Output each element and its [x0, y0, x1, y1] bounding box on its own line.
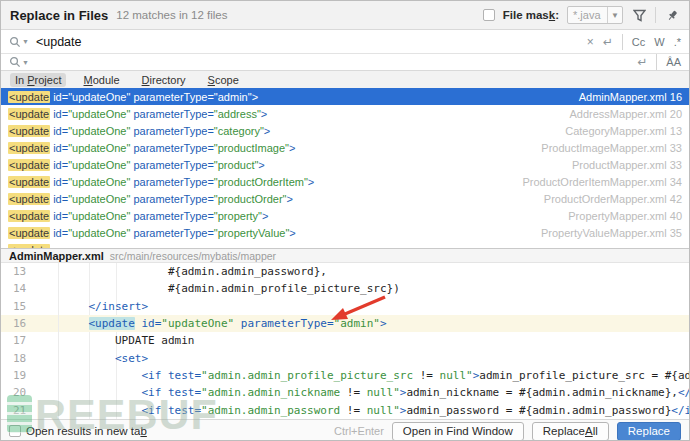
editor-line-15[interactable]: 15 </insert> [1, 298, 689, 315]
search-input[interactable] [36, 35, 579, 49]
code-token: "admin" [214, 91, 252, 103]
code-token: "updateOne" [68, 210, 130, 222]
editor-line-19[interactable]: 19 <if test="admin.admin_profile_picture… [1, 367, 689, 384]
file-mask-label: File mask: [503, 9, 559, 21]
code-line: #{admin.admin_profile_picture_src}) [59, 280, 400, 297]
footer-bar: Open results in new tab Ctrl+Enter Open … [1, 419, 689, 441]
result-row-clipped[interactable]: <update [1, 241, 689, 248]
replace-button[interactable]: Replace [617, 422, 681, 441]
open-in-find-window-button[interactable]: Open in Find Window [392, 422, 524, 441]
divider [622, 34, 623, 50]
line-number: 16 [1, 315, 59, 332]
result-row[interactable]: <update id="updateOne" parameterType="ad… [1, 105, 689, 122]
words-toggle[interactable]: W [654, 36, 664, 48]
clear-search-icon[interactable]: × [587, 36, 594, 48]
editor-line-16[interactable]: 16 <update id="updateOne" parameterType=… [1, 315, 689, 332]
editor-line-13[interactable]: 13 #{admin.admin_password}, [1, 263, 689, 280]
code-token: admin_password = #{admin.admin_password} [406, 404, 671, 417]
code-token [62, 404, 141, 417]
result-row[interactable]: <update id="updateOne" parameterType="pr… [1, 173, 689, 190]
match-case-toggle[interactable]: Cc [632, 36, 645, 48]
code-token: <set> [115, 352, 148, 365]
code-token: > [261, 108, 267, 120]
replace-input[interactable] [36, 55, 629, 69]
regex-toggle[interactable]: .* [674, 36, 681, 48]
chevron-down-icon[interactable]: ▼ [607, 7, 622, 23]
code-token: parameterType= [130, 176, 213, 188]
code-token: admin_profile_picture_src = #{admin.admi… [479, 369, 689, 382]
code-token: parameterType= [130, 142, 213, 154]
code-token: </insert> [89, 300, 149, 313]
replace-history-chevron-icon[interactable]: ▼ [22, 59, 29, 66]
pin-icon[interactable] [664, 7, 680, 23]
replace-field-row: ▼ ↵ ÂA [1, 53, 689, 71]
search-icon[interactable]: ▼ [9, 36, 29, 48]
code-token: </if> [678, 386, 689, 399]
code-token: parameterType= [130, 125, 213, 137]
open-results-new-tab-checkbox[interactable] [9, 425, 21, 437]
code-token: id= [50, 125, 68, 137]
code-token: parameterType= [130, 108, 213, 120]
editor-line-21[interactable]: 21 <if test="admin.admin_password != nul… [1, 402, 689, 419]
code-token: null" [367, 404, 400, 417]
code-token: null" [367, 386, 400, 399]
code-token: "admin.admin_nickname [201, 386, 347, 399]
replace-icon[interactable]: ▼ [9, 56, 29, 68]
preserve-case-toggle[interactable]: ÂA [666, 56, 681, 68]
code-token: "updateOne" [68, 142, 130, 154]
replace-in-files-popup: Replace in Files 12 matches in 12 files … [0, 0, 690, 441]
search-history-chevron-icon[interactable]: ▼ [22, 38, 29, 45]
newline-icon[interactable]: ↵ [637, 56, 647, 68]
filter-icon[interactable] [631, 7, 647, 23]
scope-tab-directory[interactable]: Directory [137, 73, 191, 87]
line-number: 18 [1, 350, 59, 367]
code-line: UPDATE admin [59, 332, 194, 349]
scope-tab-module[interactable]: Module [78, 73, 124, 87]
code-token: id= [135, 317, 162, 330]
editor-line-20[interactable]: 20 <if test="admin.admin_nickname != nul… [1, 384, 689, 401]
code-line: <set> [59, 350, 148, 367]
line-number: 21 [1, 402, 59, 419]
file-mask-combo[interactable]: *.java ▼ [567, 6, 623, 24]
code-token: > [286, 193, 292, 205]
editor-line-14[interactable]: 14 #{admin.admin_profile_picture_src}) [1, 280, 689, 297]
code-token [62, 300, 89, 313]
editor-line-17[interactable]: 17 UPDATE admin [1, 332, 689, 349]
code-token: "updateOne" [68, 108, 130, 120]
match-highlight: <update [8, 142, 50, 154]
newline-icon[interactable]: ↵ [603, 36, 613, 48]
result-file-label: PropertyMapper.xml 40 [568, 210, 689, 222]
result-row[interactable]: <update id="updateOne" parameterType="pr… [1, 156, 689, 173]
line-number: 17 [1, 332, 59, 349]
code-token: parameterType= [130, 91, 213, 103]
editor-line-18[interactable]: 18 <set> [1, 350, 689, 367]
code-token: "property" [214, 210, 262, 222]
code-token: "category" [214, 125, 264, 137]
result-row[interactable]: <update id="updateOne" parameterType="ad… [1, 88, 689, 105]
preview-file-name: AdminMapper.xml [9, 250, 104, 262]
code-token: id= [50, 176, 68, 188]
result-file-label: ProductOrderItemMapper.xml 34 [522, 176, 689, 188]
result-row[interactable]: <update id="updateOne" parameterType="pr… [1, 207, 689, 224]
code-token: != [347, 404, 367, 417]
line-number: 19 [1, 367, 59, 384]
line-number: 15 [1, 298, 59, 315]
scope-tab-in-project[interactable]: In Project [10, 73, 66, 87]
preview-editor[interactable]: 13 #{admin.admin_password},14 #{admin.ad… [1, 263, 689, 419]
result-row[interactable]: <update id="updateOne" parameterType="pr… [1, 224, 689, 241]
code-token: "product" [214, 159, 259, 171]
code-token: "updateOne" [68, 176, 130, 188]
code-token: <if test= [141, 386, 201, 399]
match-highlight: <update [8, 91, 50, 103]
file-mask-checkbox[interactable] [483, 9, 495, 21]
replace-all-button[interactable]: Replace All [532, 422, 609, 441]
scope-tab-scope[interactable]: Scope [203, 73, 244, 87]
code-token: "admin.admin_profile_picture_src [201, 369, 420, 382]
code-token [62, 317, 89, 330]
line-number: 14 [1, 280, 59, 297]
search-field-row: ▼ × ↵ CcW.* [1, 29, 689, 53]
result-row[interactable]: <update id="updateOne" parameterType="pr… [1, 139, 689, 156]
divider [655, 7, 656, 23]
result-row[interactable]: <update id="updateOne" parameterType="pr… [1, 190, 689, 207]
result-row[interactable]: <update id="updateOne" parameterType="ca… [1, 122, 689, 139]
